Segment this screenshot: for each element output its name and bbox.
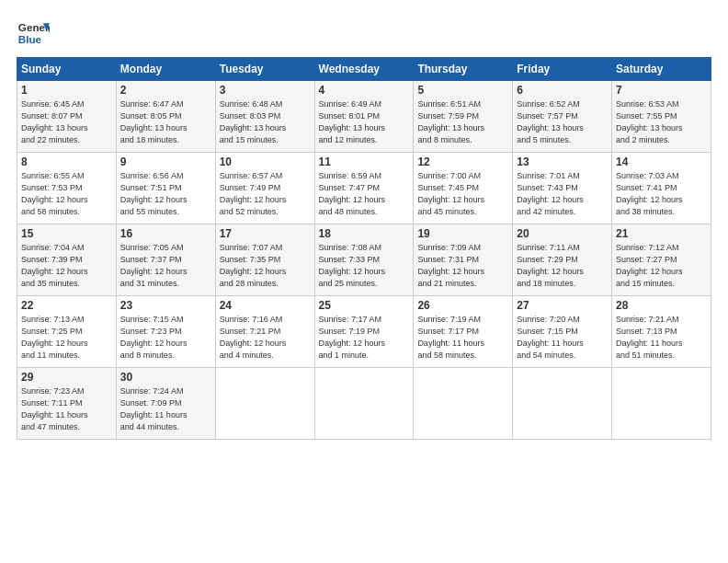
day-number: 29 <box>21 371 112 384</box>
weekday-header-row: SundayMondayTuesdayWednesdayThursdayFrid… <box>17 58 711 81</box>
day-cell: 1Sunrise: 6:45 AM Sunset: 8:07 PM Daylig… <box>17 81 117 153</box>
day-info: Sunrise: 7:17 AM Sunset: 7:19 PM Dayligh… <box>319 314 410 362</box>
day-info: Sunrise: 6:52 AM Sunset: 7:57 PM Dayligh… <box>517 98 608 146</box>
day-number: 17 <box>220 227 311 240</box>
day-cell: 15Sunrise: 7:04 AM Sunset: 7:39 PM Dayli… <box>17 224 117 296</box>
day-cell <box>612 368 711 440</box>
day-number: 28 <box>616 299 707 312</box>
day-info: Sunrise: 7:24 AM Sunset: 7:09 PM Dayligh… <box>120 385 211 433</box>
day-cell: 18Sunrise: 7:08 AM Sunset: 7:33 PM Dayli… <box>314 224 414 296</box>
day-cell <box>414 368 513 440</box>
day-info: Sunrise: 7:07 AM Sunset: 7:35 PM Dayligh… <box>220 242 311 290</box>
day-number: 16 <box>120 227 211 240</box>
day-cell: 21Sunrise: 7:12 AM Sunset: 7:27 PM Dayli… <box>612 224 711 296</box>
day-info: Sunrise: 7:13 AM Sunset: 7:25 PM Dayligh… <box>21 314 112 362</box>
day-info: Sunrise: 6:51 AM Sunset: 7:59 PM Dayligh… <box>417 98 508 146</box>
day-cell: 5Sunrise: 6:51 AM Sunset: 7:59 PM Daylig… <box>414 81 513 153</box>
weekday-header-thursday: Thursday <box>414 58 513 81</box>
day-number: 14 <box>616 155 707 168</box>
weekday-header-monday: Monday <box>116 58 215 81</box>
day-cell: 13Sunrise: 7:01 AM Sunset: 7:43 PM Dayli… <box>513 153 612 224</box>
day-cell: 11Sunrise: 6:59 AM Sunset: 7:47 PM Dayli… <box>314 153 414 224</box>
day-number: 27 <box>517 299 608 312</box>
day-number: 11 <box>319 155 410 168</box>
day-cell: 30Sunrise: 7:24 AM Sunset: 7:09 PM Dayli… <box>116 368 215 440</box>
day-info: Sunrise: 6:47 AM Sunset: 8:05 PM Dayligh… <box>120 98 211 146</box>
week-row-3: 15Sunrise: 7:04 AM Sunset: 7:39 PM Dayli… <box>17 224 711 296</box>
day-number: 30 <box>120 371 211 384</box>
day-number: 5 <box>417 84 508 97</box>
day-info: Sunrise: 7:12 AM Sunset: 7:27 PM Dayligh… <box>616 242 707 290</box>
day-info: Sunrise: 7:01 AM Sunset: 7:43 PM Dayligh… <box>517 170 608 218</box>
logo: General Blue <box>17 17 50 50</box>
day-number: 13 <box>517 155 608 168</box>
day-info: Sunrise: 6:55 AM Sunset: 7:53 PM Dayligh… <box>21 170 112 218</box>
day-cell: 4Sunrise: 6:49 AM Sunset: 8:01 PM Daylig… <box>314 81 414 153</box>
day-info: Sunrise: 7:23 AM Sunset: 7:11 PM Dayligh… <box>21 385 112 433</box>
day-info: Sunrise: 7:16 AM Sunset: 7:21 PM Dayligh… <box>220 314 311 362</box>
day-info: Sunrise: 7:19 AM Sunset: 7:17 PM Dayligh… <box>417 314 508 362</box>
calendar-table: SundayMondayTuesdayWednesdayThursdayFrid… <box>17 57 711 440</box>
day-cell: 23Sunrise: 7:15 AM Sunset: 7:23 PM Dayli… <box>116 296 215 368</box>
day-number: 4 <box>319 84 410 97</box>
weekday-header-saturday: Saturday <box>612 58 711 81</box>
day-cell: 14Sunrise: 7:03 AM Sunset: 7:41 PM Dayli… <box>612 153 711 224</box>
day-number: 7 <box>616 84 707 97</box>
day-cell <box>513 368 612 440</box>
day-number: 8 <box>21 155 112 168</box>
day-number: 26 <box>417 299 508 312</box>
day-cell: 29Sunrise: 7:23 AM Sunset: 7:11 PM Dayli… <box>17 368 117 440</box>
weekday-header-sunday: Sunday <box>17 58 117 81</box>
day-cell <box>314 368 414 440</box>
day-number: 19 <box>417 227 508 240</box>
weekday-header-friday: Friday <box>513 58 612 81</box>
week-row-4: 22Sunrise: 7:13 AM Sunset: 7:25 PM Dayli… <box>17 296 711 368</box>
day-number: 22 <box>21 299 112 312</box>
day-number: 23 <box>120 299 211 312</box>
day-number: 9 <box>120 155 211 168</box>
day-info: Sunrise: 7:08 AM Sunset: 7:33 PM Dayligh… <box>319 242 410 290</box>
day-number: 1 <box>21 84 112 97</box>
week-row-5: 29Sunrise: 7:23 AM Sunset: 7:11 PM Dayli… <box>17 368 711 440</box>
svg-text:General: General <box>18 21 50 33</box>
day-cell: 10Sunrise: 6:57 AM Sunset: 7:49 PM Dayli… <box>215 153 314 224</box>
week-row-2: 8Sunrise: 6:55 AM Sunset: 7:53 PM Daylig… <box>17 153 711 224</box>
day-cell: 3Sunrise: 6:48 AM Sunset: 8:03 PM Daylig… <box>215 81 314 153</box>
day-info: Sunrise: 6:45 AM Sunset: 8:07 PM Dayligh… <box>21 98 112 146</box>
day-info: Sunrise: 6:57 AM Sunset: 7:49 PM Dayligh… <box>220 170 311 218</box>
day-number: 10 <box>220 155 311 168</box>
day-cell: 2Sunrise: 6:47 AM Sunset: 8:05 PM Daylig… <box>116 81 215 153</box>
logo-icon: General Blue <box>17 17 50 50</box>
day-info: Sunrise: 7:00 AM Sunset: 7:45 PM Dayligh… <box>417 170 508 218</box>
day-number: 24 <box>220 299 311 312</box>
page-header: General Blue <box>17 17 711 50</box>
day-cell: 8Sunrise: 6:55 AM Sunset: 7:53 PM Daylig… <box>17 153 117 224</box>
day-number: 21 <box>616 227 707 240</box>
day-number: 12 <box>417 155 508 168</box>
day-cell: 28Sunrise: 7:21 AM Sunset: 7:13 PM Dayli… <box>612 296 711 368</box>
day-info: Sunrise: 6:56 AM Sunset: 7:51 PM Dayligh… <box>120 170 211 218</box>
day-cell: 9Sunrise: 6:56 AM Sunset: 7:51 PM Daylig… <box>116 153 215 224</box>
day-number: 2 <box>120 84 211 97</box>
day-cell: 7Sunrise: 6:53 AM Sunset: 7:55 PM Daylig… <box>612 81 711 153</box>
day-cell: 24Sunrise: 7:16 AM Sunset: 7:21 PM Dayli… <box>215 296 314 368</box>
day-number: 3 <box>220 84 311 97</box>
day-cell: 22Sunrise: 7:13 AM Sunset: 7:25 PM Dayli… <box>17 296 117 368</box>
day-number: 20 <box>517 227 608 240</box>
day-info: Sunrise: 7:21 AM Sunset: 7:13 PM Dayligh… <box>616 314 707 362</box>
day-info: Sunrise: 6:59 AM Sunset: 7:47 PM Dayligh… <box>319 170 410 218</box>
weekday-header-tuesday: Tuesday <box>215 58 314 81</box>
day-number: 18 <box>319 227 410 240</box>
day-number: 15 <box>21 227 112 240</box>
weekday-header-wednesday: Wednesday <box>314 58 414 81</box>
day-cell: 25Sunrise: 7:17 AM Sunset: 7:19 PM Dayli… <box>314 296 414 368</box>
svg-text:Blue: Blue <box>18 33 42 45</box>
day-number: 25 <box>319 299 410 312</box>
day-cell: 27Sunrise: 7:20 AM Sunset: 7:15 PM Dayli… <box>513 296 612 368</box>
day-cell: 17Sunrise: 7:07 AM Sunset: 7:35 PM Dayli… <box>215 224 314 296</box>
day-info: Sunrise: 7:05 AM Sunset: 7:37 PM Dayligh… <box>120 242 211 290</box>
day-cell: 12Sunrise: 7:00 AM Sunset: 7:45 PM Dayli… <box>414 153 513 224</box>
day-cell: 26Sunrise: 7:19 AM Sunset: 7:17 PM Dayli… <box>414 296 513 368</box>
day-info: Sunrise: 7:09 AM Sunset: 7:31 PM Dayligh… <box>417 242 508 290</box>
day-number: 6 <box>517 84 608 97</box>
